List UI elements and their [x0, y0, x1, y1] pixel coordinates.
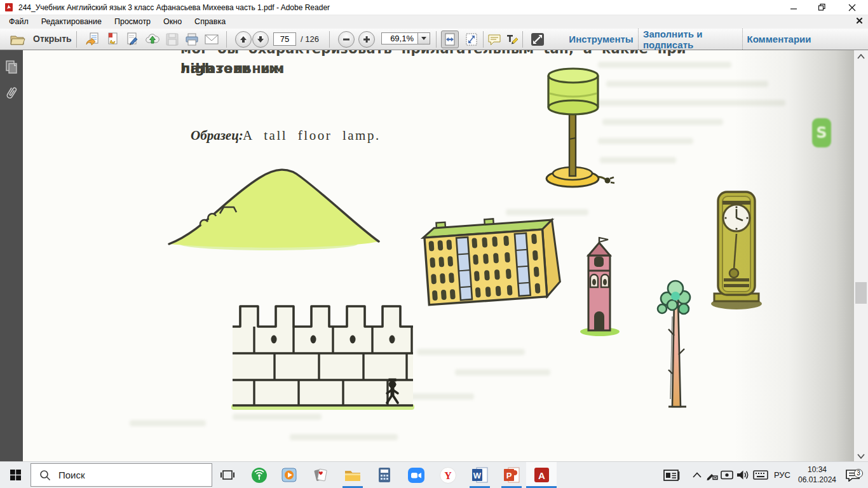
taskbar-app-adobe-reader[interactable]: A [526, 462, 557, 488]
tab-fill-sign[interactable]: Заполнить и подписать [643, 29, 738, 50]
zoom-app-icon [408, 467, 424, 484]
tray-date: 06.01.2024 [796, 475, 839, 485]
zoom-in-icon[interactable] [358, 31, 375, 48]
sign-document-icon[interactable] [123, 30, 141, 48]
open-folder-icon[interactable] [9, 30, 27, 48]
volume-icon[interactable] [735, 462, 751, 488]
file-explorer-icon [344, 468, 361, 482]
toolbar: Открыть / 126 69,1% [0, 29, 868, 50]
menu-bar: Файл Редактирование Просмотр Окно Справк… [0, 15, 868, 29]
fit-page-icon[interactable] [463, 30, 480, 48]
floor-lamp-illustration [536, 65, 615, 193]
print-icon[interactable] [183, 30, 201, 48]
zoom-out-icon[interactable] [338, 31, 355, 48]
toolbar-separator [76, 31, 77, 48]
pen-settings-icon[interactable] [704, 462, 719, 488]
open-button[interactable]: Открыть [33, 34, 72, 44]
scroll-mode-icon[interactable] [441, 30, 459, 48]
page-curl-shadow [735, 50, 854, 461]
news-widget-icon[interactable] [661, 462, 682, 488]
vertical-scrollbar[interactable] [854, 50, 868, 461]
green-sticker-badge: S [812, 118, 831, 147]
fullscreen-icon[interactable] [529, 30, 546, 48]
cast-display-icon[interactable] [719, 462, 735, 488]
toolbar-dotted-separator [638, 29, 639, 50]
scroll-down-icon[interactable] [854, 451, 868, 461]
notification-count-badge: 3 [854, 469, 863, 478]
restore-button[interactable] [811, 0, 832, 15]
search-input[interactable]: Поиск [31, 463, 212, 487]
language-indicator[interactable]: РУС [770, 462, 794, 488]
tray-time: 10:34 [796, 464, 839, 475]
bleed-through [290, 434, 398, 440]
card-game-icon [313, 467, 329, 484]
zoom-level-value[interactable]: 69,1% [381, 32, 418, 44]
menu-window[interactable]: Окно [157, 15, 188, 29]
taskbar-app-word[interactable]: W [466, 462, 494, 488]
navigation-sidebar [0, 50, 23, 461]
next-page-icon[interactable] [252, 31, 269, 48]
previous-page-icon[interactable] [235, 31, 252, 48]
bleed-through [130, 420, 206, 426]
minimize-button[interactable] [783, 0, 804, 15]
tab-tools[interactable]: Инструменты [566, 29, 637, 50]
toolbar-dotted-separator [742, 29, 743, 50]
close-button[interactable] [841, 0, 863, 15]
save-icon[interactable] [163, 30, 181, 48]
create-pdf-icon[interactable] [104, 30, 121, 48]
svg-text:W: W [473, 471, 481, 480]
broadcast-app-icon [251, 467, 268, 484]
chevron-down-icon [421, 37, 426, 40]
menu-view[interactable]: Просмотр [108, 15, 157, 29]
touch-keyboard-icon[interactable] [751, 462, 770, 488]
castle-wall-illustration [230, 297, 416, 415]
menu-edit[interactable]: Редактирование [35, 15, 108, 29]
search-placeholder: Поиск [58, 470, 85, 480]
taskbar-app-media-player[interactable] [275, 462, 303, 488]
page-total-label: / 126 [301, 34, 319, 44]
tower-illustration [577, 236, 623, 337]
toolbar-separator [522, 31, 523, 48]
attachments-paperclip-icon[interactable] [4, 85, 19, 101]
notification-center-button[interactable]: 3 [841, 462, 864, 488]
email-icon[interactable] [203, 30, 220, 48]
tab-comments[interactable]: Комментарии [749, 29, 810, 50]
hidden-icons-chevron[interactable] [690, 462, 704, 488]
zoom-dropdown-button[interactable] [418, 32, 430, 44]
toolbar-separator [329, 31, 330, 48]
scrollbar-thumb[interactable] [855, 282, 867, 304]
example-text: A tall floor lamp. [243, 128, 381, 143]
example-line: Образец:A tall floor lamp. [191, 128, 381, 144]
cloud-upload-icon[interactable] [144, 30, 161, 48]
taskbar-app-calculator[interactable] [370, 462, 398, 488]
yandex-browser-icon: Y [440, 467, 456, 484]
scroll-up-icon[interactable] [854, 51, 868, 62]
start-button[interactable] [0, 462, 31, 488]
menu-help[interactable]: Справка [188, 15, 232, 29]
textbook-line-1: мог бы охарактеризовать прилагательным t… [180, 50, 692, 57]
title-bar: 244_Учебник Английский язык 3 класс Афан… [0, 0, 868, 15]
taskbar-app-games[interactable] [307, 462, 335, 488]
tall-tree-illustration [653, 272, 698, 410]
hill-illustration [164, 160, 383, 252]
taskbar-app-yandex[interactable]: Y [434, 462, 462, 488]
taskbar-app-powerpoint[interactable]: P [498, 462, 526, 488]
task-view-button[interactable] [214, 462, 241, 488]
page-thumbnails-icon[interactable] [4, 59, 19, 76]
close-document-icon[interactable] [856, 17, 863, 24]
highlight-text-icon[interactable] [503, 30, 521, 48]
svg-text:A: A [538, 470, 545, 481]
share-document-icon[interactable] [83, 30, 101, 48]
clock-date[interactable]: 10:34 06.01.2024 [796, 464, 839, 485]
menu-file[interactable]: Файл [3, 15, 35, 29]
taskbar-app-zoom[interactable] [402, 462, 430, 488]
taskbar-app-broadcast[interactable] [245, 462, 273, 488]
media-player-icon [281, 467, 297, 483]
window-title: 244_Учебник Английский язык 3 класс Афан… [18, 3, 330, 12]
pdf-page[interactable]: мог бы охарактеризовать прилагательным t… [23, 50, 854, 461]
page-number-input[interactable] [273, 32, 296, 46]
comment-bubble-icon[interactable] [485, 30, 503, 48]
adobe-pdf-icon [4, 3, 13, 12]
taskbar-app-file-explorer[interactable] [339, 462, 367, 488]
bleed-through [455, 369, 550, 376]
